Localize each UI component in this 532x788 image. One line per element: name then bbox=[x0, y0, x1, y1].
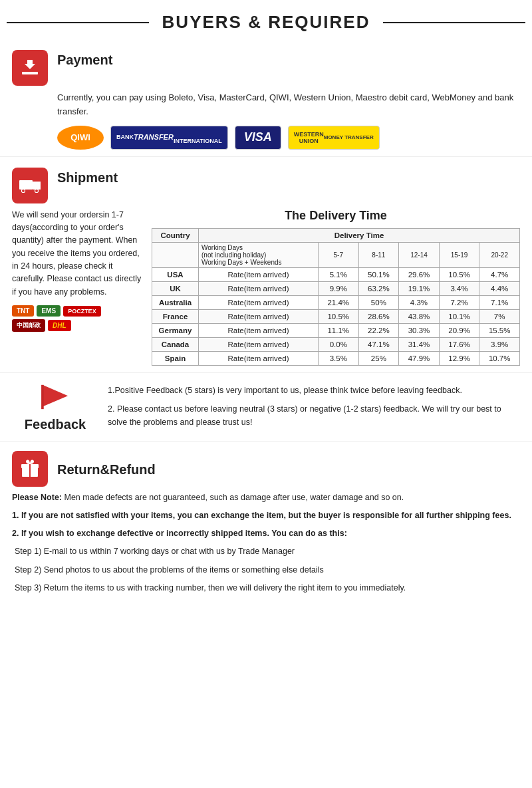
cell-v3: 29.6% bbox=[399, 267, 440, 281]
cell-v2: 22.2% bbox=[358, 323, 399, 337]
carrier-logos: TNT EMS POCZTEX 中国邮政 DHL bbox=[12, 305, 145, 332]
svg-rect-11 bbox=[41, 384, 44, 408]
qiwi-logo: QIWI bbox=[57, 126, 104, 150]
cell-v3: 31.4% bbox=[399, 337, 440, 351]
cell-v5: 7% bbox=[479, 309, 520, 323]
shipment-right: The Delivery Time Country Delivery Time … bbox=[152, 209, 520, 366]
cell-v4: 17.6% bbox=[439, 337, 479, 351]
cell-v5: 15.5% bbox=[479, 323, 520, 337]
cell-v2: 50.1% bbox=[358, 267, 399, 281]
svg-marker-10 bbox=[43, 384, 68, 406]
payment-label: Payment bbox=[57, 53, 112, 68]
svg-rect-2 bbox=[19, 180, 33, 190]
shipment-label: Shipment bbox=[57, 170, 118, 186]
cell-country: France bbox=[152, 309, 199, 323]
cell-v2: 28.6% bbox=[358, 309, 399, 323]
cell-v3: 47.9% bbox=[399, 351, 440, 365]
feedback-point2: 2. Please contact us before leaving neut… bbox=[108, 402, 520, 429]
payment-logos: QIWI BANK TRANSFERINTERNATIONAL VISA WES… bbox=[57, 126, 520, 150]
return-step: Step 2) Send photos to us about the prob… bbox=[15, 563, 520, 577]
cell-rate-label: Rate(item arrived) bbox=[199, 337, 319, 351]
subheader-15-19: 15-19 bbox=[439, 242, 479, 267]
delivery-title: The Delivery Time bbox=[152, 209, 520, 223]
cell-v5: 10.7% bbox=[479, 351, 520, 365]
svg-point-8 bbox=[22, 190, 25, 192]
return-point1: 1. If you are not satisfied with your it… bbox=[12, 509, 520, 523]
table-row: Australia Rate(item arrived) 21.4% 50% 4… bbox=[152, 295, 520, 309]
cell-v5: 4.4% bbox=[479, 281, 520, 295]
dhl-badge: DHL bbox=[48, 320, 71, 331]
table-row: Spain Rate(item arrived) 3.5% 25% 47.9% … bbox=[152, 351, 520, 365]
cell-v3: 43.8% bbox=[399, 309, 440, 323]
cell-v1: 10.5% bbox=[318, 309, 358, 323]
feedback-flag-icon bbox=[37, 384, 73, 410]
header-line-right bbox=[383, 22, 525, 23]
svg-marker-3 bbox=[33, 182, 41, 190]
cell-v1: 9.9% bbox=[318, 281, 358, 295]
cell-v5: 7.1% bbox=[479, 295, 520, 309]
payment-icon bbox=[19, 57, 41, 78]
cell-v5: 3.9% bbox=[479, 337, 520, 351]
cell-rate-label: Rate(item arrived) bbox=[199, 323, 319, 337]
return-steps: Step 1) E-mail to us within 7 working da… bbox=[15, 545, 520, 595]
carrier-row-2: 中国邮政 DHL bbox=[12, 319, 145, 332]
subheader-empty bbox=[152, 242, 199, 267]
ems-badge: EMS bbox=[37, 305, 61, 317]
page-header: BUYERS & REQUIRED bbox=[0, 0, 532, 39]
subheader-working-days: Working Days(not including holiday)Worki… bbox=[199, 242, 319, 267]
feedback-section: Feedback 1.Positive Feedback (5 stars) i… bbox=[0, 373, 532, 442]
cell-v3: 19.1% bbox=[399, 281, 440, 295]
table-row: USA Rate(item arrived) 5.1% 50.1% 29.6% … bbox=[152, 267, 520, 281]
return-note-label: Please Note: bbox=[12, 493, 62, 502]
delivery-table: Country Delivery Time Working Days(not i… bbox=[152, 228, 520, 366]
cell-v1: 0.0% bbox=[318, 337, 358, 351]
return-note-text: Men made defects are not guaranteed, suc… bbox=[62, 493, 404, 502]
shipment-header: Shipment bbox=[12, 168, 520, 203]
return-step: Step 3) Return the items to us with trac… bbox=[15, 581, 520, 595]
cell-country: USA bbox=[152, 267, 199, 281]
cell-v5: 4.7% bbox=[479, 267, 520, 281]
payment-section: Payment Currently, you can pay using Bol… bbox=[0, 39, 532, 157]
payment-icon-box bbox=[12, 50, 48, 86]
svg-point-9 bbox=[35, 190, 38, 192]
return-refund-section: Return&Refund Please Note: Men made defe… bbox=[0, 442, 532, 609]
visa-logo: VISA bbox=[235, 126, 281, 150]
shipment-icon-box bbox=[12, 168, 48, 203]
page-title: BUYERS & REQUIRED bbox=[162, 12, 370, 33]
cell-v4: 10.5% bbox=[439, 267, 479, 281]
header-line-left bbox=[7, 22, 149, 23]
cell-v4: 3.4% bbox=[439, 281, 479, 295]
return-label: Return&Refund bbox=[57, 462, 156, 477]
table-row: UK Rate(item arrived) 9.9% 63.2% 19.1% 3… bbox=[152, 281, 520, 295]
cell-country: Germany bbox=[152, 323, 199, 337]
shipment-icon bbox=[18, 175, 42, 196]
cell-v1: 11.1% bbox=[318, 323, 358, 337]
return-text: Please Note: Men made defects are not gu… bbox=[12, 491, 520, 596]
cell-v1: 5.1% bbox=[318, 267, 358, 281]
shipment-layout: We will send your ordersin 1-7 days(acco… bbox=[12, 209, 520, 366]
payment-header: Payment bbox=[12, 50, 520, 86]
feedback-icon-area: Feedback bbox=[12, 384, 98, 432]
return-icon bbox=[19, 458, 41, 479]
shipment-section: Shipment We will send your ordersin 1-7 … bbox=[0, 157, 532, 373]
shipment-description: We will send your ordersin 1-7 days(acco… bbox=[12, 209, 145, 299]
cell-rate-label: Rate(item arrived) bbox=[199, 281, 319, 295]
cell-v3: 4.3% bbox=[399, 295, 440, 309]
cell-v4: 12.9% bbox=[439, 351, 479, 365]
table-row: France Rate(item arrived) 10.5% 28.6% 43… bbox=[152, 309, 520, 323]
cell-v2: 50% bbox=[358, 295, 399, 309]
cell-v2: 47.1% bbox=[358, 337, 399, 351]
subheader-20-22: 20-22 bbox=[479, 242, 520, 267]
cell-rate-label: Rate(item arrived) bbox=[199, 267, 319, 281]
cell-v4: 10.1% bbox=[439, 309, 479, 323]
cell-v4: 7.2% bbox=[439, 295, 479, 309]
cell-rate-label: Rate(item arrived) bbox=[199, 295, 319, 309]
carrier-row-1: TNT EMS POCZTEX bbox=[12, 305, 145, 317]
cell-rate-label: Rate(item arrived) bbox=[199, 351, 319, 365]
col-delivery-time: Delivery Time bbox=[199, 228, 520, 242]
feedback-label: Feedback bbox=[25, 417, 86, 432]
cell-country: UK bbox=[152, 281, 199, 295]
subheader-8-11: 8-11 bbox=[358, 242, 399, 267]
svg-rect-0 bbox=[22, 72, 38, 74]
feedback-text: 1.Positive Feedback (5 stars) is very im… bbox=[108, 384, 520, 434]
